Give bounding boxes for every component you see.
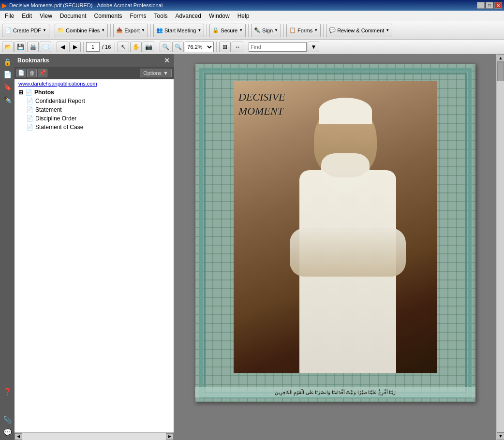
menu-window[interactable]: Window: [205, 12, 234, 20]
pdf-viewer-container: DECISIVE MOMENT رَبَّنَا أَفْرِغْ عَلَيْ…: [174, 54, 504, 440]
sign-icon: ✒️: [254, 27, 261, 33]
scroll-thumb[interactable]: [497, 62, 504, 81]
scroll-down-button[interactable]: ▼: [497, 432, 504, 440]
fit-width-button[interactable]: ↔: [232, 42, 243, 52]
print-button[interactable]: 🖨️: [27, 42, 39, 52]
sep-4: [207, 24, 207, 37]
hscroll-left-button[interactable]: ◀: [15, 433, 22, 440]
create-pdf-button[interactable]: 📄 Create PDF ▼: [2, 24, 49, 37]
menu-tools[interactable]: Tools: [150, 12, 172, 20]
forms-button[interactable]: 📋 Forms ▼: [286, 24, 321, 37]
create-pdf-label: Create PDF: [13, 28, 41, 33]
menu-file[interactable]: File: [1, 12, 18, 20]
zoom-out-button[interactable]: 🔍: [160, 42, 171, 52]
zoom-select[interactable]: 76.2% 50% 75% 100% 125% 150%: [185, 42, 214, 52]
toolbar-group-5: 🔒 Secure ▼: [209, 24, 246, 37]
find-input[interactable]: [249, 42, 307, 52]
toolbar-group-2: 📁 Combine Files ▼: [55, 24, 108, 37]
review-comment-button[interactable]: 💬 Review & Comment ▼: [326, 24, 392, 37]
bookmark-label-statement-of-case: Statement of Case: [35, 124, 83, 131]
bookmarks-options-button[interactable]: Options ▼: [140, 69, 172, 77]
pdf-photo: [234, 81, 437, 373]
menu-help[interactable]: Help: [234, 12, 253, 20]
comment-icon[interactable]: 💬: [1, 426, 13, 438]
export-button[interactable]: 📤 Export ▼: [113, 24, 148, 37]
sidebar-icon-strip: 🔒 📄 🔖 ✒️ ❓ 📎 💬: [0, 54, 15, 440]
bookmarks-horizontal-scrollbar[interactable]: ◀ ▶: [15, 432, 174, 440]
app-icon: ▶ Decisive Moments.pdf (SECURED) - Adobe…: [2, 1, 163, 9]
pdf-area: DECISIVE MOMENT رَبَّنَا أَفْرِغْ عَلَيْ…: [174, 54, 496, 440]
lock-icon[interactable]: 🔒: [1, 56, 13, 68]
bm-new-button[interactable]: 📄: [16, 69, 26, 77]
bookmark-item-discipline-order[interactable]: 📄 Discipline Order: [15, 114, 174, 123]
bm-delete-button[interactable]: 🗑: [27, 69, 37, 77]
find-arrow-button[interactable]: ▼: [308, 42, 319, 52]
signatures-panel-icon[interactable]: ✒️: [1, 94, 13, 105]
bookmarks-header: Bookmarks ✕: [15, 54, 174, 67]
hand-tool-button[interactable]: ✋: [130, 42, 142, 52]
menu-forms[interactable]: Forms: [126, 12, 150, 20]
fit-page-button[interactable]: ⊞: [219, 42, 231, 52]
secure-button[interactable]: 🔒 Secure ▼: [209, 24, 246, 37]
bm-properties-button[interactable]: 📌: [38, 69, 47, 77]
select-tool-button[interactable]: ↖: [118, 42, 129, 52]
hscroll-right-button[interactable]: ▶: [166, 433, 174, 440]
email-button[interactable]: ✉️: [40, 42, 51, 52]
review-label: Review & Comment: [337, 28, 384, 33]
review-arrow: ▼: [385, 28, 389, 32]
bookmark-item-statement[interactable]: 📄 Statement: [15, 105, 174, 114]
sep-5: [248, 24, 249, 37]
attachment-icon[interactable]: 📎: [1, 414, 13, 425]
meeting-label: Start Meeting: [164, 28, 196, 33]
bookmark-item-statement-of-case[interactable]: 📄 Statement of Case: [15, 123, 174, 132]
menu-document[interactable]: Document: [56, 12, 90, 20]
toolbar-group-4: 👥 Start Meeting ▼: [153, 24, 204, 37]
menu-view[interactable]: View: [36, 12, 56, 20]
meeting-icon: 👥: [156, 27, 163, 33]
combine-files-button[interactable]: 📁 Combine Files ▼: [55, 24, 108, 37]
page-icon-1: 📄: [26, 98, 33, 104]
pdf-page: DECISIVE MOMENT رَبَّنَا أَفْرِغْ عَلَيْ…: [195, 64, 475, 402]
page-number-input[interactable]: [86, 42, 100, 52]
start-meeting-button[interactable]: 👥 Start Meeting ▼: [153, 24, 204, 37]
menu-comments[interactable]: Comments: [90, 12, 126, 20]
bookmark-item-photos[interactable]: ⊞ 📄 Photos: [15, 88, 174, 97]
secure-arrow: ▼: [239, 28, 243, 32]
bookmarks-panel-icon[interactable]: 🔖: [1, 81, 13, 93]
bookmark-url[interactable]: www.darulehsanpublications.com: [15, 79, 174, 88]
bookmarks-close-button[interactable]: ✕: [163, 56, 171, 65]
minimize-button[interactable]: _: [477, 2, 485, 9]
nav-sep-3: [115, 42, 115, 52]
folder-icon: 📄: [25, 89, 32, 96]
sign-button[interactable]: ✒️ Sign ▼: [251, 24, 281, 37]
total-pages: / 16: [101, 44, 112, 50]
forms-label: Forms: [297, 28, 312, 33]
sep-1: [52, 24, 52, 37]
pdf-scrollbar: ▲ ▼: [496, 54, 504, 440]
forward-button[interactable]: ▶: [69, 42, 81, 52]
forms-icon: 📋: [289, 27, 296, 33]
pages-panel-icon[interactable]: 📄: [1, 69, 13, 80]
help-icon[interactable]: ❓: [1, 386, 13, 397]
pdf-arabic-area: رَبَّنَا أَفْرِغْ عَلَيْنَا صَبْرًا وَثَ…: [195, 387, 475, 397]
nav-sep-5: [216, 42, 217, 52]
sign-label: Sign: [262, 28, 273, 33]
save-button[interactable]: 💾: [15, 42, 26, 52]
toolbar-group-1: 📄 Create PDF ▼: [2, 24, 49, 37]
maximize-button[interactable]: □: [486, 2, 493, 9]
page-icon-2: 📄: [26, 106, 33, 113]
scroll-track[interactable]: [497, 62, 504, 432]
back-button[interactable]: ◀: [57, 42, 68, 52]
beard: [321, 153, 370, 192]
scroll-up-button[interactable]: ▲: [497, 54, 504, 62]
bookmark-item-confidential-report[interactable]: 📄 Confidential Report: [15, 97, 174, 105]
title-bar: ▶ Decisive Moments.pdf (SECURED) - Adobe…: [0, 0, 504, 11]
menu-edit[interactable]: Edit: [18, 12, 36, 20]
folder-button[interactable]: 📂: [2, 42, 14, 52]
menu-advanced[interactable]: Advanced: [172, 12, 205, 20]
close-button[interactable]: ✕: [494, 2, 502, 9]
snapshot-button[interactable]: 📷: [143, 42, 154, 52]
nav-sep-6: [246, 42, 246, 52]
zoom-in-button[interactable]: 🔍: [172, 42, 184, 52]
head: [314, 103, 377, 177]
